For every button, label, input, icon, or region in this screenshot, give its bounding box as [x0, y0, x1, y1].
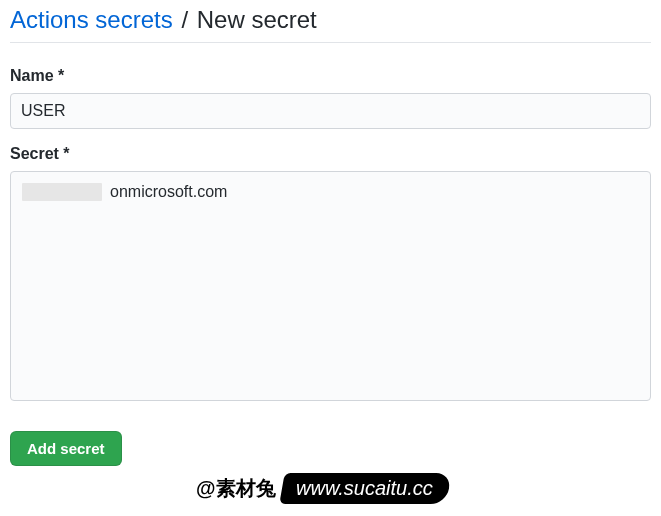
breadcrumb-parent-link[interactable]: Actions secrets: [10, 6, 173, 33]
watermark: @素材兔 www.sucaitu.cc: [196, 473, 448, 504]
watermark-left: @素材兔: [196, 475, 282, 502]
page-header: Actions secrets / New secret: [10, 6, 651, 43]
secret-textarea[interactable]: [10, 171, 651, 401]
breadcrumb-current: New secret: [197, 6, 317, 33]
name-label: Name *: [10, 67, 651, 85]
name-field-group: Name *: [10, 67, 651, 129]
secret-label: Secret *: [10, 145, 651, 163]
secret-field-group: Secret * onmicrosoft.com: [10, 145, 651, 405]
add-secret-button[interactable]: Add secret: [10, 431, 122, 466]
breadcrumb-separator: /: [181, 6, 188, 33]
watermark-right: www.sucaitu.cc: [279, 473, 451, 504]
name-input[interactable]: [10, 93, 651, 129]
